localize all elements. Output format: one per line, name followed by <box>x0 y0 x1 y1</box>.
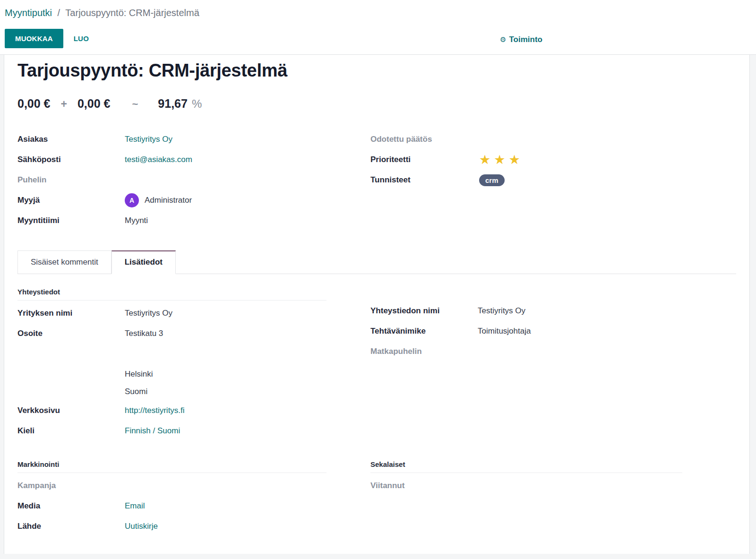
referred-by-label: Viitannut <box>370 481 478 490</box>
salesteam-value: Myynti <box>125 216 148 225</box>
tab-extra-info[interactable]: Lisätiedot <box>112 250 176 274</box>
customer-value-link[interactable]: Testiyritys Oy <box>125 135 172 144</box>
field-row-address-street: Osoite Testikatu 3 <box>17 324 326 344</box>
probability-value: 91,67 <box>158 97 188 111</box>
contact-name-value: Testiyritys Oy <box>478 306 525 316</box>
plus-sign: + <box>61 98 67 111</box>
address-street-value: Testikatu 3 <box>125 329 163 338</box>
field-row-referred-by: Viitannut <box>370 476 682 496</box>
contact-info-left-column: Yhteystiedot Yrityksen nimi Testiyritys … <box>17 274 326 441</box>
form-sheet: Tarjouspyyntö: CRM-järjestelmä 0,00 € + … <box>4 55 750 554</box>
misc-section-header: Sekalaiset <box>370 460 682 473</box>
tab-internal-notes[interactable]: Sisäiset kommentit <box>17 250 112 274</box>
contact-info-right-column: Yhteystiedon nimi Testiyritys Oy Tehtävä… <box>370 274 682 441</box>
tags-label: Tunnisteet <box>370 175 479 185</box>
marketing-column: Markkinointi Kampanja Media Email Lähde … <box>17 447 326 537</box>
field-row-source: Lähde Uutiskirje <box>17 516 326 537</box>
summary-right-column: Odotettu päätös Prioriteetti ★★★ Tunnist… <box>370 129 704 231</box>
email-label: Sähköposti <box>17 155 125 164</box>
sheet-background: Tarjouspyyntö: CRM-järjestelmä 0,00 € + … <box>0 55 756 554</box>
misc-column: Sekalaiset Viitannut <box>370 447 682 537</box>
field-row-contact-name: Yhteystiedon nimi Testiyritys Oy <box>370 301 682 321</box>
column-gutter <box>349 129 370 231</box>
medium-value-link[interactable]: Email <box>125 501 145 511</box>
address-street2-empty <box>17 344 326 366</box>
field-row-expected-closing: Odotettu päätös <box>370 129 704 150</box>
company-name-label: Yrityksen nimi <box>17 309 125 318</box>
company-name-value: Testiyritys Oy <box>125 309 172 318</box>
website-label: Verkkosivu <box>17 406 125 415</box>
field-row-medium: Media Email <box>17 496 326 516</box>
field-row-salesteam: Myyntitiimi Myynti <box>17 211 349 231</box>
summary-groups: Asiakas Testiyritys Oy Sähköposti testi@… <box>17 129 736 231</box>
address-city-value: Helsinki <box>17 366 326 383</box>
job-position-value: Toimitusjohtaja <box>478 327 531 336</box>
toolbar: MUOKKAA LUO ⚙ Toiminto <box>5 28 748 48</box>
star-icon[interactable]: ★ <box>508 153 523 167</box>
section-spacer <box>17 441 736 447</box>
salesteam-label: Myyntitiimi <box>17 216 125 225</box>
field-row-priority: Prioriteetti ★★★ <box>370 150 704 170</box>
salesperson-name: Administrator <box>145 196 192 205</box>
contact-info-row: Yhteystiedot Yrityksen nimi Testiyritys … <box>17 274 736 441</box>
summary-left-column: Asiakas Testiyritys Oy Sähköposti testi@… <box>17 129 349 231</box>
contact-info-section-header: Yhteystiedot <box>17 288 326 301</box>
address-label: Osoite <box>17 329 125 338</box>
field-row-email: Sähköposti testi@asiakas.com <box>17 150 349 170</box>
avatar: A <box>125 193 139 207</box>
star-icon[interactable]: ★ <box>479 153 494 167</box>
tab-content-extra-info: Yhteystiedot Yrityksen nimi Testiyritys … <box>17 274 736 537</box>
percent-sign: % <box>192 97 202 111</box>
breadcrumb-separator: / <box>58 8 60 18</box>
notebook-tabs: Sisäiset kommentit Lisätiedot <box>17 250 736 274</box>
medium-label: Media <box>17 501 125 511</box>
contact-name-label: Yhteystiedon nimi <box>370 306 478 316</box>
field-row-company-name: Yrityksen nimi Testiyritys Oy <box>17 303 326 324</box>
phone-label: Puhelin <box>17 175 125 185</box>
field-row-salesperson: Myyjä A Administrator <box>17 190 349 211</box>
salesperson-label: Myyjä <box>17 196 125 205</box>
address-country-value: Suomi <box>17 383 326 401</box>
expected-closing-label: Odotettu päätös <box>370 135 479 144</box>
marketing-section-header: Markkinointi <box>17 460 326 473</box>
star-icon[interactable]: ★ <box>494 153 508 167</box>
field-row-phone: Puhelin <box>17 170 349 190</box>
language-value-link[interactable]: Finnish / Suomi <box>125 426 180 436</box>
action-menu-button[interactable]: ⚙ Toiminto <box>500 35 542 44</box>
salesperson-value: A Administrator <box>125 193 192 207</box>
field-row-campaign: Kampanja <box>17 476 326 496</box>
marketing-misc-row: Markkinointi Kampanja Media Email Lähde … <box>17 447 736 537</box>
field-row-mobile: Matkapuhelin <box>370 342 682 362</box>
action-menu-label: Toiminto <box>509 35 542 44</box>
column-gutter <box>326 274 370 441</box>
campaign-label: Kampanja <box>17 481 125 490</box>
source-value-link[interactable]: Uutiskirje <box>125 522 158 531</box>
job-position-label: Tehtävänimike <box>370 327 478 336</box>
field-row-website: Verkkosivu http://testiyritys.fi <box>17 401 326 421</box>
field-row-language: Kieli Finnish / Suomi <box>17 421 326 441</box>
mobile-label: Matkapuhelin <box>370 347 478 356</box>
language-label: Kieli <box>17 426 125 436</box>
create-button[interactable]: LUO <box>74 34 89 43</box>
lead-title: Tarjouspyyntö: CRM-järjestelmä <box>17 60 736 81</box>
recurring-revenue: 0,00 € <box>77 97 111 111</box>
priority-label: Prioriteetti <box>370 155 479 164</box>
expected-revenue: 0,00 € <box>17 97 51 111</box>
breadcrumb-current: Tarjouspyyntö: CRM-järjestelmä <box>65 8 199 18</box>
breadcrumb-parent-link[interactable]: Myyntiputki <box>5 8 52 18</box>
field-row-tags: Tunnisteet crm <box>370 170 704 190</box>
field-row-customer: Asiakas Testiyritys Oy <box>17 129 349 150</box>
field-row-job-position: Tehtävänimike Toimitusjohtaja <box>370 321 682 342</box>
control-panel: Myyntiputki / Tarjouspyyntö: CRM-järjest… <box>0 0 756 55</box>
priority-stars[interactable]: ★★★ <box>479 154 524 166</box>
customer-label: Asiakas <box>17 135 125 144</box>
column-gutter <box>326 447 370 537</box>
website-value-link[interactable]: http://testiyritys.fi <box>125 406 185 415</box>
tags-value: crm <box>479 174 505 186</box>
tag-pill-crm[interactable]: crm <box>479 174 505 186</box>
edit-button[interactable]: MUOKKAA <box>5 29 63 48</box>
revenue-summary: 0,00 € + 0,00 € ~ 91,67 % <box>17 97 736 111</box>
gear-icon: ⚙ <box>500 35 506 44</box>
breadcrumb: Myyntiputki / Tarjouspyyntö: CRM-järjest… <box>5 8 748 18</box>
email-value-link[interactable]: testi@asiakas.com <box>125 155 192 164</box>
